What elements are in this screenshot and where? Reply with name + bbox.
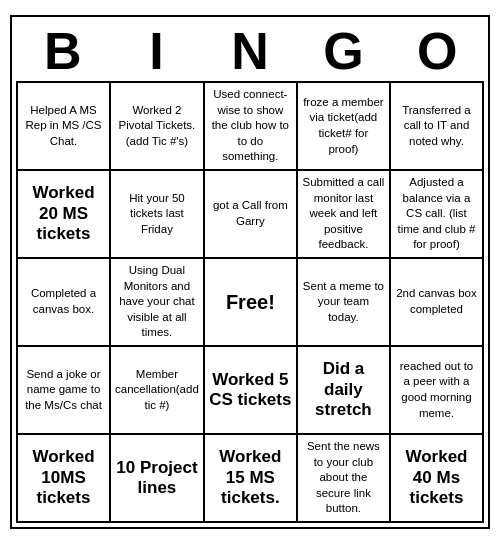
bingo-cell-r4c3[interactable]: Worked 5 CS tickets <box>205 347 298 435</box>
bingo-card: BINGO Helped A MS Rep in MS /CS Chat.Wor… <box>10 15 490 529</box>
bingo-cell-r5c3[interactable]: Worked 15 MS tickets. <box>205 435 298 523</box>
bingo-cell-r2c1[interactable]: Worked 20 MS tickets <box>18 171 111 259</box>
bingo-cell-r3c3[interactable]: Free! <box>205 259 298 347</box>
bingo-cell-r1c2[interactable]: Worked 2 Pivotal Tickets. (add Tic #'s) <box>111 83 205 171</box>
cell-text-r2c1: Worked 20 MS tickets <box>22 183 105 244</box>
cell-text-r1c1: Helped A MS Rep in MS /CS Chat. <box>22 103 105 150</box>
bingo-header: BINGO <box>16 21 484 81</box>
bingo-cell-r1c3[interactable]: Used connect-wise to show the club how t… <box>205 83 298 171</box>
cell-text-r1c4: froze a member via ticket(add ticket# fo… <box>302 95 385 157</box>
cell-text-r2c4: Submitted a call monitor last week and l… <box>302 175 385 253</box>
cell-text-r1c5: Transferred a call to IT and noted why. <box>395 103 478 150</box>
bingo-cell-r1c1[interactable]: Helped A MS Rep in MS /CS Chat. <box>18 83 111 171</box>
bingo-cell-r1c5[interactable]: Transferred a call to IT and noted why. <box>391 83 484 171</box>
bingo-cell-r5c4[interactable]: Sent the news to your club about the sec… <box>298 435 391 523</box>
bingo-cell-r1c4[interactable]: froze a member via ticket(add ticket# fo… <box>298 83 391 171</box>
bingo-letter-o: O <box>393 25 481 77</box>
cell-text-r5c1: Worked 10MS tickets <box>22 447 105 508</box>
bingo-cell-r2c5[interactable]: Adjusted a balance via a CS call. (list … <box>391 171 484 259</box>
bingo-cell-r3c2[interactable]: Using Dual Monitors and have your chat v… <box>111 259 205 347</box>
cell-text-r5c3: Worked 15 MS tickets. <box>209 447 292 508</box>
cell-text-r5c4: Sent the news to your club about the sec… <box>302 439 385 517</box>
cell-text-r4c5: reached out to a peer with a good mornin… <box>395 359 478 421</box>
cell-text-r3c4: Sent a meme to your team today. <box>302 279 385 326</box>
cell-text-r2c5: Adjusted a balance via a CS call. (list … <box>395 175 478 253</box>
bingo-letter-n: N <box>206 25 294 77</box>
cell-text-r4c4: Did a daily stretch <box>302 359 385 420</box>
bingo-cell-r4c1[interactable]: Send a joke or name game to the Ms/Cs ch… <box>18 347 111 435</box>
bingo-letter-g: G <box>300 25 388 77</box>
cell-text-r3c2: Using Dual Monitors and have your chat v… <box>115 263 199 341</box>
cell-text-r2c2: Hit your 50 tickets last Friday <box>115 191 199 238</box>
cell-text-r2c3: got a Call from Garry <box>209 198 292 229</box>
bingo-letter-b: B <box>19 25 107 77</box>
bingo-letter-i: I <box>112 25 200 77</box>
cell-text-r4c3: Worked 5 CS tickets <box>209 370 292 411</box>
cell-text-r4c1: Send a joke or name game to the Ms/Cs ch… <box>22 367 105 414</box>
bingo-cell-r2c2[interactable]: Hit your 50 tickets last Friday <box>111 171 205 259</box>
bingo-cell-r5c2[interactable]: 10 Project lines <box>111 435 205 523</box>
bingo-cell-r3c4[interactable]: Sent a meme to your team today. <box>298 259 391 347</box>
cell-text-r3c1: Completed a canvas box. <box>22 286 105 317</box>
cell-text-r5c2: 10 Project lines <box>115 458 199 499</box>
cell-text-r1c3: Used connect-wise to show the club how t… <box>209 87 292 165</box>
bingo-cell-r3c1[interactable]: Completed a canvas box. <box>18 259 111 347</box>
cell-text-r5c5: Worked 40 Ms tickets <box>395 447 478 508</box>
bingo-cell-r4c5[interactable]: reached out to a peer with a good mornin… <box>391 347 484 435</box>
bingo-cell-r2c4[interactable]: Submitted a call monitor last week and l… <box>298 171 391 259</box>
bingo-cell-r5c1[interactable]: Worked 10MS tickets <box>18 435 111 523</box>
cell-text-r3c5: 2nd canvas box completed <box>395 286 478 317</box>
bingo-grid: Helped A MS Rep in MS /CS Chat.Worked 2 … <box>16 81 484 523</box>
bingo-cell-r5c5[interactable]: Worked 40 Ms tickets <box>391 435 484 523</box>
bingo-cell-r4c4[interactable]: Did a daily stretch <box>298 347 391 435</box>
bingo-cell-r3c5[interactable]: 2nd canvas box completed <box>391 259 484 347</box>
cell-text-r4c2: Member cancellation(add tic #) <box>115 367 199 414</box>
bingo-cell-r4c2[interactable]: Member cancellation(add tic #) <box>111 347 205 435</box>
cell-text-r1c2: Worked 2 Pivotal Tickets. (add Tic #'s) <box>115 103 199 150</box>
bingo-cell-r2c3[interactable]: got a Call from Garry <box>205 171 298 259</box>
cell-text-r3c3: Free! <box>209 289 292 316</box>
